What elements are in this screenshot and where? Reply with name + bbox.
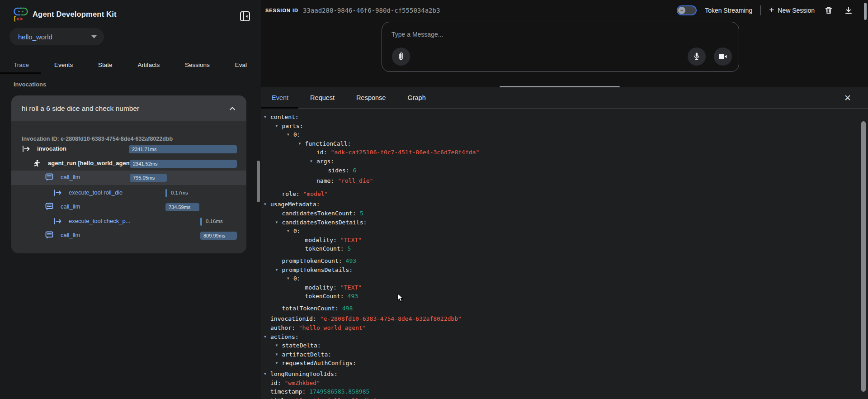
trace-duration-label: 0.16ms xyxy=(206,218,223,224)
chat-icon xyxy=(45,203,53,211)
json-key: content: xyxy=(270,113,299,122)
trace-span-label: call_llm xyxy=(61,174,80,180)
trace-span-execute-tool-check-p-[interactable]: execute_tool check_p...0.16ms xyxy=(11,214,246,229)
detail-tabs: EventRequestResponseGraph xyxy=(261,87,868,109)
trace-span-call-llm[interactable]: call_llm809.99ms xyxy=(11,228,246,243)
json-key: promptTokenCount: xyxy=(282,256,342,266)
invocation-prompt: hi roll a 6 side dice and check number xyxy=(22,104,227,113)
trace-span-label: execute_tool check_p... xyxy=(69,218,131,224)
trace-span-execute-tool-roll-die[interactable]: execute_tool roll_die0.17ms xyxy=(11,186,246,200)
collapse-node-icon[interactable]: ▼ xyxy=(264,332,270,342)
json-value: "TEXT" xyxy=(340,283,362,292)
collapse-node-icon[interactable]: ▼ xyxy=(310,157,316,166)
json-value: "TEXT" xyxy=(340,236,362,245)
invocation-card: hi roll a 6 side dice and check number I… xyxy=(11,95,246,253)
trace-span-call-llm[interactable]: call_llm795.05ms xyxy=(11,171,246,185)
collapse-node-icon[interactable]: ▼ xyxy=(276,122,282,131)
main-panel: SESSION ID 33aad288-9846-46f6-980d-cf555… xyxy=(261,0,868,399)
json-key: candidatesTokensDetails: xyxy=(282,218,367,227)
collapse-node-icon[interactable]: ▼ xyxy=(276,266,282,275)
json-key: promptTokensDetails: xyxy=(282,266,353,275)
detail-scrollbar-thumb[interactable] xyxy=(861,121,866,392)
close-panel-button[interactable]: ✕ xyxy=(841,91,854,104)
new-session-label: New Session xyxy=(778,7,815,14)
trace-duration-label: 0.17ms xyxy=(171,190,188,195)
collapse-node-icon[interactable]: ▼ xyxy=(276,341,282,350)
json-line-candidatestokencount: candidatesTokenCount:5 xyxy=(261,209,868,218)
json-value: "adk-caf25106-f0c7-451f-86e4-3c6d7e8f4fd… xyxy=(330,148,479,157)
detail-tab-graph[interactable]: Graph xyxy=(396,87,436,109)
token-streaming-label: Token Streaming xyxy=(705,7,752,14)
json-line-0: ▼0: xyxy=(261,227,868,236)
toggle-knob: – xyxy=(678,7,685,14)
json-key: args: xyxy=(316,157,334,166)
collapse-node-icon[interactable]: ▼ xyxy=(287,274,293,283)
sidebar-scrollbar-thumb[interactable] xyxy=(257,161,260,202)
json-line-usagemetadata: ▼usageMetadata: xyxy=(261,200,868,209)
detail-tab-request[interactable]: Request xyxy=(299,87,345,109)
new-session-button[interactable]: + New Session xyxy=(769,6,815,15)
json-key: role: xyxy=(282,190,300,199)
json-key: 0: xyxy=(293,274,301,283)
json-value: 5 xyxy=(348,244,351,253)
attach-file-button[interactable] xyxy=(392,48,410,66)
sidebar-tab-state[interactable]: State xyxy=(98,62,113,68)
collapse-node-icon[interactable]: ▼ xyxy=(287,227,293,236)
chevron-up-icon[interactable] xyxy=(227,104,237,114)
collapse-node-icon[interactable]: ▼ xyxy=(276,359,282,368)
arrow-right-icon xyxy=(53,217,62,225)
microphone-icon xyxy=(693,52,701,61)
invocation-id: Invocation ID: e-2808fd10-6383-4754-8de4… xyxy=(22,136,173,142)
collapse-node-icon[interactable]: ▼ xyxy=(264,200,270,209)
trace-span-agent-run-hello-world-agent-[interactable]: agent_run [hello_world_agent]2341.52ms xyxy=(11,157,246,171)
detail-tab-response[interactable]: Response xyxy=(345,87,396,109)
microphone-button[interactable] xyxy=(688,48,706,66)
token-streaming-toggle[interactable]: – xyxy=(677,5,697,15)
chat-icon xyxy=(45,231,53,239)
sidebar-tab-events[interactable]: Events xyxy=(54,62,73,68)
session-id-label: SESSION ID xyxy=(265,8,298,13)
json-value: "wmZhkbed" xyxy=(284,379,320,388)
trace-duration-bar: 2341.52ms xyxy=(130,160,237,168)
trace-duration-bar: 2341.71ms xyxy=(129,145,237,153)
sidebar-tab-artifacts[interactable]: Artifacts xyxy=(137,62,160,68)
trace-span-label: invocation xyxy=(37,145,66,152)
json-key: tokenCount: xyxy=(305,244,344,253)
sidebar-tab-eval[interactable]: Eval xyxy=(235,62,247,68)
collapse-node-icon[interactable]: ▼ xyxy=(264,370,270,379)
json-key: tokenCount: xyxy=(305,292,344,301)
collapse-node-icon[interactable]: ▼ xyxy=(287,130,293,139)
json-line-artifactdelta: ▼artifactDelta: xyxy=(261,350,868,359)
json-line-statedelta: ▼stateDelta: xyxy=(261,341,868,350)
trace-duration-tick xyxy=(200,218,202,226)
collapse-node-icon[interactable]: ▼ xyxy=(299,139,305,148)
sidebar-tab-sessions[interactable]: Sessions xyxy=(185,62,210,68)
json-line-sides: sides:6 xyxy=(261,166,868,175)
collapse-node-icon[interactable]: ▼ xyxy=(276,218,282,227)
json-line-timestamp: timestamp:1749586585.858985 xyxy=(261,387,868,396)
page-scrollbar-thumb[interactable] xyxy=(864,3,867,20)
json-key: invocationId: xyxy=(270,314,316,323)
collapse-node-icon[interactable]: ▼ xyxy=(264,113,270,122)
collapse-node-icon[interactable]: ▼ xyxy=(276,350,282,359)
json-line-content: ▼content: xyxy=(261,113,868,122)
json-line-tokencount: tokenCount:493 xyxy=(261,292,868,301)
trace-span-call-llm[interactable]: call_llm734.59ms xyxy=(11,200,246,214)
message-input-box[interactable]: Type a Message... xyxy=(382,22,739,72)
invocation-card-header[interactable]: hi roll a 6 side dice and check number xyxy=(11,95,246,121)
delete-session-button[interactable] xyxy=(823,5,835,16)
collapse-panel-icon[interactable] xyxy=(239,10,251,22)
runner-icon xyxy=(33,159,41,168)
plus-icon: + xyxy=(769,5,774,15)
sidebar-tab-trace[interactable]: Trace xyxy=(14,62,29,68)
event-detail-panel: EventRequestResponseGraph ✕ ▼content:▼pa… xyxy=(261,87,868,399)
detail-tab-event[interactable]: Event xyxy=(261,87,299,109)
json-value: 493 xyxy=(348,292,358,301)
export-session-button[interactable] xyxy=(843,5,854,16)
sidebar: [ <> Agent Development Kit hello_world T… xyxy=(0,0,260,399)
trace-span-invocation[interactable]: invocation2341.71ms xyxy=(11,142,246,157)
camera-button[interactable] xyxy=(714,48,732,66)
invocations-section-label: Invocations xyxy=(14,81,46,88)
json-line-prompttokensdetails: ▼promptTokensDetails: xyxy=(261,266,868,275)
agent-select-dropdown[interactable]: hello_world xyxy=(9,28,104,45)
